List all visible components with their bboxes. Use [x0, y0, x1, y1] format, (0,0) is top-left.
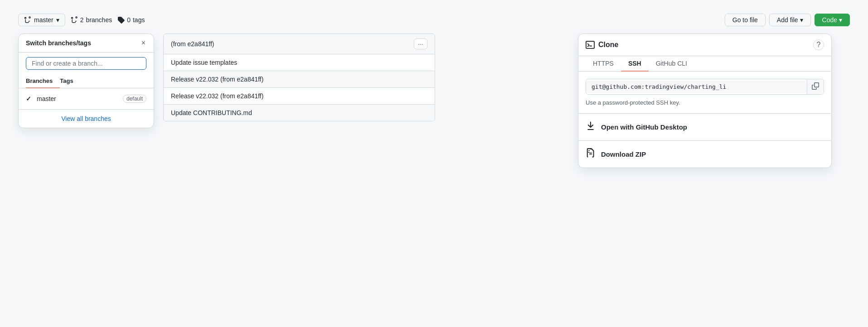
close-branch-dropdown-button[interactable]: ×: [141, 38, 146, 48]
ssh-hint: Use a password-protected SSH key.: [586, 99, 824, 106]
branches-count: 2: [80, 16, 84, 24]
table-row: Release v22.032 (from e2a841ff): [164, 71, 435, 88]
chevron-down-icon: ▾: [56, 16, 59, 24]
tab-ssh[interactable]: SSH: [621, 56, 649, 72]
check-icon: ✓: [26, 95, 33, 102]
list-item[interactable]: ✓ master default: [19, 92, 154, 106]
branch-item-name: master: [37, 95, 56, 102]
branches-count-link[interactable]: 2 branches: [71, 16, 112, 24]
code-button[interactable]: Code ▾: [815, 14, 850, 26]
commit-message: (from e2a841ff): [171, 40, 214, 48]
add-file-chevron-icon: ▾: [800, 16, 803, 24]
open-with-desktop-row[interactable]: Open with GitHub Desktop: [578, 113, 831, 140]
branch-selector-button[interactable]: master ▾: [18, 14, 65, 26]
tags-count-link[interactable]: 0 tags: [117, 16, 145, 24]
tag-stat-icon: [117, 16, 125, 24]
commit-message: Release v22.032 (from e2a841ff): [171, 76, 263, 83]
branches-stat-icon: [71, 16, 78, 24]
table-row: Update issue templates: [164, 54, 435, 71]
commit-actions: ···: [414, 38, 427, 49]
copy-icon: [812, 82, 819, 90]
branch-btn-label: master: [34, 16, 53, 24]
open-desktop-label: Open with GitHub Desktop: [601, 123, 687, 131]
branch-search-input[interactable]: [26, 57, 146, 70]
branches-list: ✓ master default: [19, 88, 154, 109]
tab-tags[interactable]: Tags: [60, 74, 80, 88]
add-file-button[interactable]: Add file ▾: [769, 14, 811, 26]
branch-dropdown: Switch branches/tags × Branches Tags ✓ m…: [18, 34, 154, 128]
zip-icon: [586, 148, 596, 160]
clone-panel: Clone ? HTTPS SSH GitHub CLI git@github.…: [578, 34, 832, 168]
tags-count: 0: [127, 16, 131, 24]
clone-help-button[interactable]: ?: [813, 39, 824, 50]
commits-area-wrapper: (from e2a841ff) ··· Update issue templat…: [163, 34, 435, 296]
branch-tabs: Branches Tags: [19, 74, 154, 88]
default-badge: default: [123, 95, 146, 103]
branches-label: branches: [86, 16, 112, 24]
tab-branches[interactable]: Branches: [26, 74, 60, 88]
download-zip-label: Download ZIP: [601, 150, 646, 158]
add-file-label: Add file: [777, 16, 798, 24]
commit-message: Update CONTRIBUTING.md: [171, 109, 252, 116]
branch-icon: [24, 16, 31, 24]
table-row: Release v22.032 (from e2a841ff): [164, 88, 435, 105]
terminal-icon: [586, 40, 595, 49]
clone-tabs: HTTPS SSH GitHub CLI: [578, 56, 831, 72]
desktop-icon: [586, 121, 596, 133]
toolbar-right: Go to file Add file ▾ Code ▾: [725, 14, 850, 26]
branch-dropdown-title: Switch branches/tags: [26, 39, 91, 47]
code-label: Code: [822, 16, 837, 24]
code-chevron-icon: ▾: [839, 16, 842, 24]
copy-ssh-url-button[interactable]: [807, 79, 824, 94]
clone-body: git@github.com:tradingview/charting_li U…: [578, 72, 831, 113]
ssh-url-text: git@github.com:tradingview/charting_li: [586, 80, 807, 93]
commit-message: Release v22.032 (from e2a841ff): [171, 92, 263, 100]
go-to-file-button[interactable]: Go to file: [725, 14, 766, 26]
commit-dots-button[interactable]: ···: [414, 38, 427, 49]
branch-dropdown-header: Switch branches/tags ×: [19, 34, 154, 53]
view-all-branches-link[interactable]: View all branches: [19, 109, 154, 128]
ssh-url-wrapper: git@github.com:tradingview/charting_li: [586, 79, 824, 95]
branch-search-wrapper: [19, 53, 154, 74]
table-row: (from e2a841ff) ···: [164, 34, 435, 54]
tab-github-cli[interactable]: GitHub CLI: [649, 56, 694, 72]
dropdowns-area: Switch branches/tags × Branches Tags ✓ m…: [18, 34, 850, 296]
table-row: Update CONTRIBUTING.md: [164, 105, 435, 121]
tags-label: tags: [133, 16, 145, 24]
clone-header: Clone ?: [578, 34, 831, 56]
clone-title-text: Clone: [598, 41, 618, 49]
commit-message: Update issue templates: [171, 59, 237, 66]
clone-title: Clone: [586, 40, 618, 49]
toolbar: master ▾ 2 branches 0 tags Go to file Ad…: [18, 14, 850, 26]
commits-table: (from e2a841ff) ··· Update issue templat…: [163, 34, 435, 121]
download-zip-row[interactable]: Download ZIP: [578, 140, 831, 168]
tab-https[interactable]: HTTPS: [586, 56, 621, 72]
